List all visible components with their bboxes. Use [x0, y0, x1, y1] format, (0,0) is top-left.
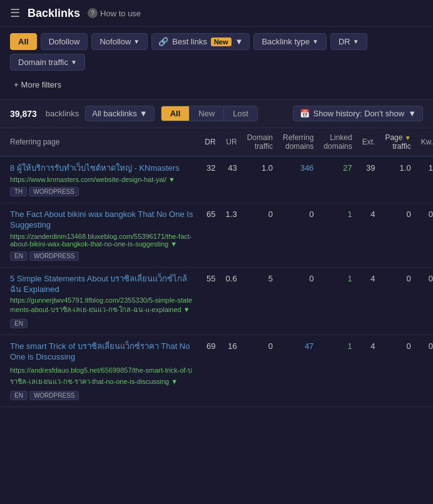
cell-referring-domains: 0: [278, 203, 318, 267]
cell-ur: 0.6: [221, 267, 242, 335]
cell-domain-traffic: 0: [242, 203, 278, 267]
col-referring-page: Referring page: [0, 128, 200, 156]
header: ☰ Backlinks ? How to use: [0, 0, 433, 27]
tag-en: EN: [10, 319, 28, 328]
col-dr[interactable]: DR: [200, 128, 220, 156]
cell-domain-traffic: 5: [242, 267, 278, 335]
col-linked-domains: Linkeddomains: [318, 128, 357, 156]
filter-backlink-type-button[interactable]: Backlink type ▼: [253, 33, 327, 50]
all-backlinks-caret: ▼: [140, 109, 148, 118]
backlink-type-caret: ▼: [312, 38, 318, 45]
cell-kw: 0: [416, 267, 433, 335]
filter-dr-button[interactable]: DR ▼: [330, 33, 367, 50]
tag-wordpress: WORDPRESS: [29, 251, 79, 261]
referring-page-title[interactable]: The Fact About bikini wax bangkok That N…: [10, 209, 195, 231]
cell-linked-domains: 1: [318, 203, 357, 267]
cell-referring-page: 5 Simple Statements About บราซิลเลี่ยนแว…: [0, 267, 200, 335]
new-badge: New: [211, 38, 232, 46]
table-row: 5 Simple Statements About บราซิลเลี่ยนแว…: [0, 267, 433, 335]
show-history-caret: ▼: [408, 109, 416, 118]
filter-domain-traffic-button[interactable]: Domain traffic ▼: [10, 54, 85, 71]
filter-best-links-button[interactable]: 🔗 Best links New ▼: [151, 33, 250, 50]
cell-linked-domains: 27: [318, 156, 357, 203]
tag-en: EN: [10, 251, 28, 261]
dr-caret: ▼: [353, 38, 359, 45]
cell-kw: 0: [416, 203, 433, 267]
col-page-traffic[interactable]: Page ▼traffic: [380, 128, 415, 156]
table-row: 8 ผู้ให้บริการรับทำเว็บไซต์หาดใหญ่ - KNm…: [0, 156, 433, 203]
filter-bar: All Dofollow Nofollow ▼ 🔗 Best links New…: [0, 27, 433, 99]
cell-referring-domains: 346: [278, 156, 318, 203]
cell-domain-traffic: 1.0: [242, 156, 278, 203]
backlink-count: 39,873: [10, 109, 37, 119]
col-ext: Ext.: [357, 128, 380, 156]
cell-dr: 65: [200, 203, 220, 267]
referring-page-url[interactable]: https://www.knmasters.com/website-design…: [10, 176, 195, 183]
cell-ext: 4: [357, 335, 380, 407]
backlink-label: backlinks: [46, 109, 79, 118]
tab-new[interactable]: New: [190, 106, 224, 121]
tag-en: EN: [10, 391, 28, 400]
help-link[interactable]: ? How to use: [88, 8, 141, 18]
cell-ext: 39: [357, 156, 380, 203]
filter-dofollow-button[interactable]: Dofollow: [41, 33, 88, 50]
referring-page-title[interactable]: The smart Trick of บราซิลเลี่ยนแว็กซ์ราค…: [10, 341, 195, 363]
filter-all-button[interactable]: All: [10, 33, 37, 50]
cell-dr: 55: [200, 267, 220, 335]
filter-nofollow-button[interactable]: Nofollow ▼: [91, 33, 148, 50]
table-header-row: Referring page DR UR Domaintraffic Refer…: [0, 128, 433, 156]
referring-page-url[interactable]: https://gunnerjtwv45791.ltfblog.com/2355…: [10, 296, 195, 315]
cell-ur: 1.3: [221, 203, 242, 267]
cell-referring-page: The Fact About bikini wax bangkok That N…: [0, 203, 200, 267]
menu-icon[interactable]: ☰: [10, 6, 20, 20]
all-backlinks-button[interactable]: All backlinks ▼: [85, 106, 154, 121]
cell-domain-traffic: 0: [242, 335, 278, 407]
tab-lost[interactable]: Lost: [224, 106, 257, 121]
backlinks-table: Referring page DR UR Domaintraffic Refer…: [0, 128, 433, 407]
backlinks-table-wrap: Referring page DR UR Domaintraffic Refer…: [0, 128, 433, 407]
tag-wordpress: WORDPRESS: [29, 391, 79, 400]
cell-referring-page: The smart Trick of บราซิลเลี่ยนแว็กซ์ราค…: [0, 335, 200, 407]
tag-wordpress: WORDPRESS: [29, 187, 79, 196]
cell-page-traffic: 1.0: [380, 156, 415, 203]
referring-page-title[interactable]: 8 ผู้ให้บริการรับทำเว็บไซต์หาดใหญ่ - KNm…: [10, 163, 195, 174]
cell-ur: 43: [221, 156, 242, 203]
cell-referring-domains: 0: [278, 267, 318, 335]
col-domain-traffic: Domaintraffic: [242, 128, 278, 156]
toolbar: 39,873 backlinks All backlinks ▼ All New…: [0, 99, 433, 128]
cell-kw: 1: [416, 156, 433, 203]
tag-th: TH: [10, 187, 27, 196]
calendar-icon: 📅: [300, 109, 310, 118]
table-row: The Fact About bikini wax bangkok That N…: [0, 203, 433, 267]
backlink-tab-group: All New Lost: [161, 106, 258, 121]
cell-ext: 4: [357, 203, 380, 267]
cell-linked-domains: 1: [318, 335, 357, 407]
plus-icon: +: [14, 80, 19, 89]
cell-referring-domains: 47: [278, 335, 318, 407]
referring-page-url[interactable]: https://andresfdauo.blog5.net/65699857/t…: [10, 365, 195, 387]
best-links-caret: ▼: [235, 37, 243, 46]
cell-ext: 4: [357, 267, 380, 335]
domain-traffic-caret: ▼: [71, 59, 77, 66]
referring-page-url[interactable]: https://zanderdinm13468.bluxeblog.com/55…: [10, 233, 195, 248]
nofollow-caret: ▼: [133, 38, 140, 45]
more-filters-button[interactable]: + More filters: [10, 77, 65, 93]
cell-page-traffic: 0: [380, 203, 415, 267]
col-referring-domains: Referringdomains: [278, 128, 318, 156]
link-icon: 🔗: [158, 37, 168, 46]
cell-dr: 32: [200, 156, 220, 203]
cell-linked-domains: 1: [318, 267, 357, 335]
cell-ur: 16: [221, 335, 242, 407]
col-ur: UR: [221, 128, 242, 156]
cell-page-traffic: 0: [380, 267, 415, 335]
show-history-button[interactable]: 📅 Show history: Don't show ▼: [293, 106, 423, 121]
help-icon: ?: [88, 8, 98, 18]
tab-all[interactable]: All: [161, 106, 190, 121]
app-title: Backlinks: [28, 7, 80, 20]
cell-dr: 69: [200, 335, 220, 407]
cell-page-traffic: 0: [380, 335, 415, 407]
cell-kw: 0: [416, 335, 433, 407]
help-label: How to use: [100, 9, 141, 18]
col-kw: Kw.: [416, 128, 433, 156]
referring-page-title[interactable]: 5 Simple Statements About บราซิลเลี่ยนแว…: [10, 274, 195, 295]
